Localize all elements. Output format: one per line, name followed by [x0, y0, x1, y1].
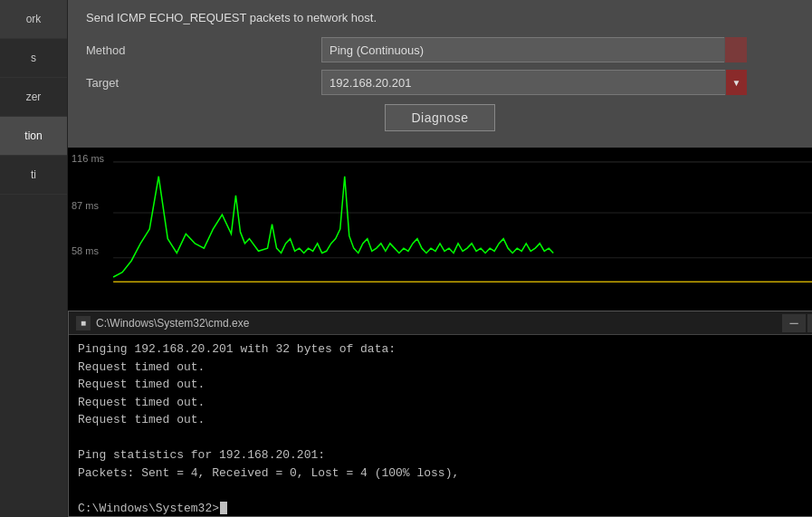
sidebar-item-zer[interactable]: zer — [0, 78, 67, 117]
method-select-wrapper: Ping (Continuous) Ping Traceroute — [321, 37, 747, 62]
sidebar-item-ork[interactable]: ork — [0, 0, 67, 39]
cmd-window: ■ C:\Windows\System32\cmd.exe ─ □ ✕ Ping… — [68, 311, 812, 517]
target-input[interactable] — [321, 70, 747, 95]
cmd-line-6: Ping statistics for 192.168.20.201: — [78, 446, 812, 464]
cmd-prompt: C:\Windows\System32> — [78, 500, 812, 517]
sidebar-item-tion[interactable]: tion — [0, 117, 67, 156]
sidebar: ork s zer tion ti — [0, 0, 68, 517]
cmd-line-blank-1 — [78, 429, 812, 447]
chart-label-116: 116 ms — [72, 153, 104, 164]
cmd-minimize-button[interactable]: ─ — [782, 314, 806, 332]
cmd-title: C:\Windows\System32\cmd.exe — [96, 317, 777, 330]
diagnose-btn-row: Diagnose — [86, 104, 794, 131]
chart-label-87: 87 ms — [72, 200, 99, 211]
cmd-line-3: Request timed out. — [78, 376, 812, 394]
cmd-line-1: Pinging 192.168.20.201 with 32 bytes of … — [78, 340, 812, 359]
cmd-controls: ─ □ ✕ — [782, 314, 812, 332]
cmd-maximize-button[interactable]: □ — [807, 314, 812, 332]
cmd-titlebar: ■ C:\Windows\System32\cmd.exe ─ □ ✕ — [69, 311, 812, 335]
target-row: Target — [86, 70, 794, 95]
method-label: Method — [86, 43, 321, 57]
sidebar-item-s[interactable]: s — [0, 39, 67, 78]
method-select[interactable]: Ping (Continuous) Ping Traceroute — [321, 37, 747, 62]
sidebar-item-ti[interactable]: ti — [0, 156, 67, 195]
diagnose-button[interactable]: Diagnose — [385, 104, 494, 131]
chart-svg — [68, 148, 812, 311]
method-row: Method Ping (Continuous) Ping Traceroute — [86, 37, 794, 62]
cmd-body[interactable]: Pinging 192.168.20.201 with 32 bytes of … — [69, 335, 812, 516]
target-input-wrapper — [321, 70, 747, 95]
cmd-line-blank-2 — [78, 482, 812, 500]
description-text: Send ICMP ECHO_REQUEST packets to networ… — [86, 11, 794, 24]
cmd-line-7: Packets: Sent = 4, Received = 0, Lost = … — [78, 464, 812, 483]
cursor-block — [220, 502, 227, 514]
target-dropdown-button[interactable] — [725, 70, 747, 95]
cmd-icon: ■ — [76, 316, 91, 330]
cmd-line-2: Request timed out. — [78, 359, 812, 377]
top-panel: Send ICMP ECHO_REQUEST packets to networ… — [68, 0, 812, 148]
cmd-line-4: Request timed out. — [78, 394, 812, 412]
cmd-line-5: Request timed out. — [78, 411, 812, 429]
target-label: Target — [86, 76, 321, 90]
chart-label-58: 58 ms — [72, 245, 99, 256]
chart-area: 116 ms 87 ms 58 ms — [68, 148, 812, 311]
